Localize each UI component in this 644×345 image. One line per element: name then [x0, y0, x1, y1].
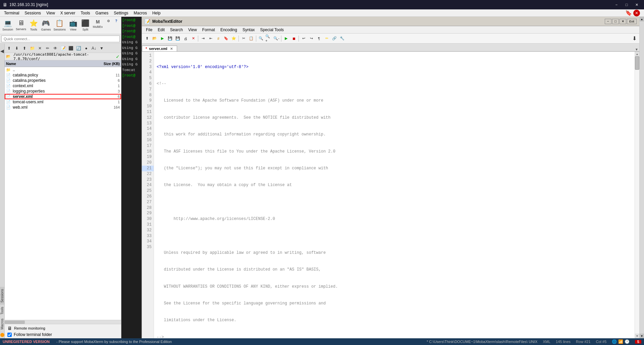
- remote-monitoring-item[interactable]: 🖥 Remote monitoring: [7, 326, 118, 331]
- maximize-button[interactable]: □: [622, 1, 631, 8]
- multiex-tool-button[interactable]: M MultiEx: [92, 18, 104, 33]
- ft-delete-button[interactable]: ✕: [36, 45, 44, 52]
- code-content[interactable]: <?xml version='1.0' encoding='utf-8'?> <…: [154, 52, 635, 338]
- menu-settings[interactable]: Settings: [111, 10, 131, 16]
- editor-menu-format[interactable]: Format: [200, 27, 218, 33]
- etb-highlight-button[interactable]: ✏: [323, 35, 330, 42]
- quick-connect-input[interactable]: [1, 36, 120, 42]
- editor-minimize-button[interactable]: −: [605, 19, 611, 24]
- games-tool-button[interactable]: 🎮 Games: [40, 18, 52, 33]
- tab-scroll-button[interactable]: ▼: [634, 48, 639, 51]
- follow-terminal-checkbox[interactable]: [7, 333, 12, 337]
- list-item[interactable]: 📄 context.xml 1: [5, 83, 121, 89]
- menu-x-server[interactable]: X server: [58, 10, 78, 16]
- etb-save-button[interactable]: 💾: [166, 35, 174, 42]
- scroll-down-arrow[interactable]: ▼: [635, 334, 639, 338]
- etb-up-button[interactable]: ⬆: [143, 35, 151, 42]
- list-item[interactable]: 📄 catalina.properties 6: [5, 78, 121, 83]
- ft-rename-button[interactable]: ✏: [44, 45, 51, 52]
- editor-menu-syntax[interactable]: Syntax: [240, 27, 258, 33]
- etb-comment-button[interactable]: #: [215, 35, 222, 42]
- ft-edit-button[interactable]: 📝: [59, 45, 67, 52]
- tab-close-button[interactable]: ✕: [169, 47, 173, 51]
- etb-save2-button[interactable]: 💾: [174, 35, 181, 42]
- editor-menu-edit[interactable]: Edit: [155, 27, 167, 33]
- ft-upload-button[interactable]: ⬆: [21, 45, 28, 52]
- follow-terminal-item[interactable]: Follow terminal folder: [7, 332, 118, 337]
- etb-close-button[interactable]: ✕: [190, 35, 197, 42]
- ft-hidden-button[interactable]: ●: [83, 45, 90, 52]
- list-item-server-xml[interactable]: 📄 server.xml 6: [5, 94, 121, 99]
- macros-side-tab[interactable]: Macros: [0, 317, 4, 332]
- etb-para-button[interactable]: ¶: [315, 35, 323, 42]
- etb-search-button[interactable]: 🔍: [257, 35, 265, 42]
- menu-view[interactable]: View: [44, 10, 58, 16]
- tray-icon-1[interactable]: 🔖: [625, 10, 632, 16]
- ft-new-folder-button[interactable]: 📁: [29, 45, 36, 52]
- etb-zoom-in-button[interactable]: 🔍+: [265, 35, 272, 42]
- ft-sort-button[interactable]: A↓: [90, 45, 98, 52]
- menu-terminal[interactable]: Terminal: [1, 10, 22, 16]
- etb-bookmark-button[interactable]: 🔖: [222, 35, 230, 42]
- list-item[interactable]: 📄 catalina.policy 11: [5, 72, 121, 78]
- right-sidebar-scrollbar[interactable]: ▲ ▼: [639, 17, 644, 338]
- tray-icon-clock[interactable]: 🕐: [625, 339, 630, 344]
- etb-undo-button[interactable]: ↩: [300, 35, 307, 42]
- scroll-up-arrow[interactable]: ▲: [635, 52, 639, 56]
- list-item[interactable]: 📄 web.xml 164: [5, 105, 121, 110]
- tools-side-tab[interactable]: Tools: [0, 305, 4, 317]
- servers-tool-button[interactable]: 🖥 Servers: [15, 18, 27, 33]
- etb-run2-button[interactable]: ▶: [282, 35, 290, 42]
- etb-indent-button[interactable]: ⇥: [199, 35, 207, 42]
- etb-extra-button[interactable]: 🔧: [338, 35, 346, 42]
- tray-icon-red[interactable]: ✕: [633, 10, 640, 16]
- etb-open-button[interactable]: 📂: [151, 35, 158, 42]
- etb-print-button[interactable]: 🖨: [182, 35, 189, 42]
- close-button[interactable]: ✕: [632, 1, 641, 8]
- scroll-thumb[interactable]: [635, 56, 639, 70]
- menu-sessions[interactable]: Sessions: [22, 10, 44, 16]
- menu-games[interactable]: Games: [93, 10, 111, 16]
- etb-star-button[interactable]: ⭐: [230, 35, 237, 42]
- view-tool-button[interactable]: 📺 View: [67, 18, 79, 33]
- editor-menu-file[interactable]: File: [143, 27, 155, 33]
- editor-menu-special-tools[interactable]: Special Tools: [258, 27, 287, 33]
- editor-menu-search[interactable]: Search: [167, 27, 185, 33]
- editor-exit-button[interactable]: Exit: [627, 19, 637, 24]
- ft-download-button[interactable]: ⬇: [13, 45, 20, 52]
- ft-filter-button[interactable]: ▼: [98, 45, 105, 52]
- menu-macros[interactable]: Macros: [131, 10, 150, 16]
- list-item[interactable]: 📁 ..: [5, 67, 121, 72]
- etb-stop-button[interactable]: ⏹: [290, 35, 298, 42]
- etb-redo-button[interactable]: ↪: [308, 35, 315, 42]
- right-scroll-down[interactable]: ▼: [640, 334, 644, 338]
- etb-zoom-out-button[interactable]: 🔍-: [273, 35, 280, 42]
- list-item[interactable]: 📄 tomcat-users.xml 1: [5, 99, 121, 105]
- tray-icon-lang[interactable]: 🌐: [612, 339, 617, 344]
- editor-maximize-button[interactable]: □: [612, 19, 619, 24]
- etb-cut-button[interactable]: ✂: [240, 35, 247, 42]
- etb-unindent-button[interactable]: ⇤: [207, 35, 214, 42]
- editor-close-button[interactable]: ✕: [620, 19, 626, 24]
- tray-icon-network[interactable]: 📶: [618, 339, 623, 344]
- terminal-panel[interactable]: [root@ [root@ [root@ [root@ Using G Usin…: [121, 17, 141, 79]
- right-scroll-up[interactable]: ▲: [640, 17, 644, 21]
- back-button[interactable]: ◀: [0, 47, 4, 55]
- sessions-side-tab[interactable]: Sessions: [0, 287, 4, 305]
- ft-refresh-button[interactable]: 🔄: [75, 45, 82, 52]
- etb-scroll-down-arrow[interactable]: ⬇: [631, 35, 638, 42]
- editor-right-scrollbar[interactable]: ▲ ▼: [635, 52, 639, 338]
- editor-menu-encoding[interactable]: Encoding: [218, 27, 240, 33]
- ft-up-button[interactable]: ⬆: [5, 45, 13, 52]
- minimize-button[interactable]: −: [612, 1, 621, 8]
- tools-tool-button[interactable]: ⭐ Tools: [28, 18, 39, 33]
- ft-view-button[interactable]: 👁: [52, 45, 59, 52]
- etb-copy-button[interactable]: 📋: [248, 35, 255, 42]
- list-item[interactable]: 📄 logging.properties 3: [5, 89, 121, 94]
- settings-tool-button[interactable]: ⚙: [105, 18, 112, 33]
- etb-run-button[interactable]: ▶: [159, 35, 166, 42]
- ft-terminal-button[interactable]: ⬛: [67, 45, 74, 52]
- editor-menu-view[interactable]: View: [185, 27, 200, 33]
- session-tool-button[interactable]: 💻 Session: [1, 18, 14, 33]
- split-tool-button[interactable]: ⬛ Split: [79, 18, 91, 33]
